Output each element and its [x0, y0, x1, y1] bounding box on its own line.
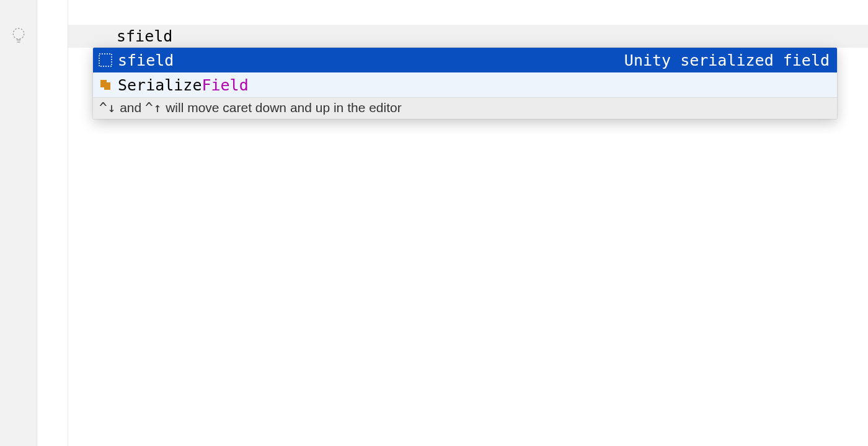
line-number-strip [37, 0, 68, 446]
completion-item-sfield[interactable]: sfield Unity serialized field [93, 48, 837, 72]
type-icon [98, 77, 113, 92]
editor-area[interactable]: sfield sfield Unity serialized field [68, 0, 868, 446]
typed-text: sfield [117, 27, 172, 45]
svg-rect-1 [16, 39, 20, 41]
left-gutter [0, 0, 37, 446]
svg-rect-3 [99, 54, 112, 66]
completion-label: sfield [118, 51, 174, 69]
completion-label: SerializeField [118, 76, 249, 94]
completion-item-serializefield[interactable]: SerializeField [93, 72, 837, 97]
shortcut-ctrl-up: ^↑ [145, 100, 162, 115]
svg-rect-2 [17, 42, 20, 43]
active-code-line[interactable]: sfield [68, 25, 868, 48]
lightbulb-hint-icon[interactable] [9, 26, 28, 45]
template-icon [98, 53, 113, 68]
completion-popup: sfield Unity serialized field SerializeF… [93, 48, 837, 119]
app-root: sfield sfield Unity serialized field [0, 0, 868, 446]
completion-description: Unity serialized field [624, 51, 830, 69]
completion-hint: ^↓ and ^↑ will move caret down and up in… [93, 97, 837, 119]
svg-point-0 [13, 28, 24, 40]
shortcut-ctrl-down: ^↓ [99, 100, 116, 115]
